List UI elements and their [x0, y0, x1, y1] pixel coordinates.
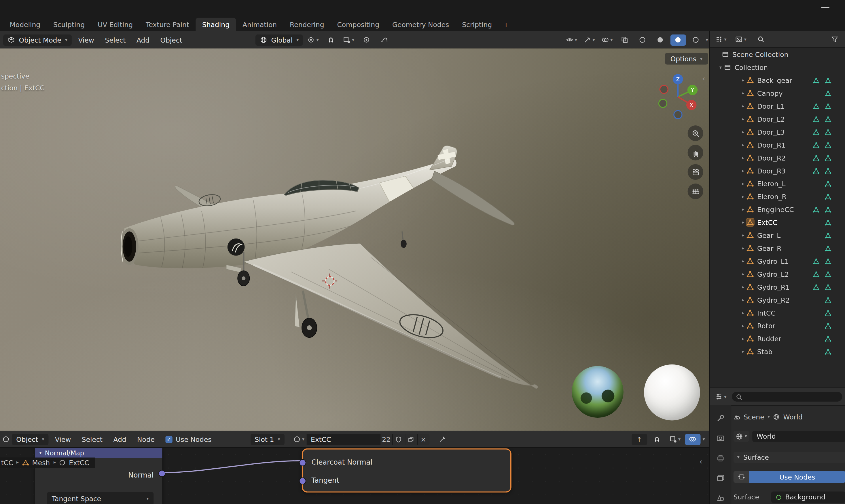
properties-editor-type-select[interactable]: ▾ — [713, 391, 729, 402]
outliner-search-button[interactable] — [753, 34, 769, 45]
expand-arrow-icon[interactable]: ▸ — [740, 168, 746, 174]
pan-button[interactable] — [688, 145, 703, 160]
outliner-item[interactable]: ▸Door_L1 — [710, 100, 845, 112]
tab-modeling[interactable]: Modeling — [3, 18, 47, 31]
normal-map-node-header[interactable]: ▾ Normal/Map — [35, 448, 162, 458]
menu-add[interactable]: Add — [109, 433, 131, 445]
outliner-item[interactable]: ▸Gear_L — [710, 229, 845, 242]
outliner-item[interactable]: ▸Door_R3 — [710, 164, 845, 177]
outliner-item[interactable]: ▸EnggineCC — [710, 203, 845, 216]
collection-row[interactable]: ▾ Collection — [710, 61, 845, 74]
tab-tool-properties[interactable] — [712, 412, 729, 425]
shading-options-chevron[interactable]: ▾ — [706, 38, 708, 42]
unlink-material-button[interactable]: × — [417, 433, 429, 445]
camera-view-button[interactable] — [688, 164, 703, 180]
expand-arrow-icon[interactable]: ▸ — [740, 258, 746, 264]
world-browse-button[interactable]: ▾ — [734, 431, 749, 442]
menu-view[interactable]: View — [74, 34, 98, 46]
tab-scripting[interactable]: Scripting — [455, 18, 499, 31]
region-toggle-arrow[interactable]: ‹ — [700, 457, 703, 465]
gizmos-select[interactable]: ▾ — [581, 34, 597, 46]
normal-map-node[interactable]: ▾ Normal/Map Normal Tangent Space▾ — [35, 448, 162, 504]
outliner-item[interactable]: ▸Canopy — [710, 87, 845, 100]
viewport-3d[interactable]: spective ction | ExtCC Options▾ Z Y X ‹ — [0, 48, 709, 431]
expand-arrow-icon[interactable]: ▸ — [740, 142, 746, 148]
expand-arrow-icon[interactable]: ▸ — [740, 284, 746, 290]
fake-user-button[interactable] — [392, 433, 404, 445]
outliner-item[interactable]: ▸IntCC — [710, 306, 845, 319]
menu-view[interactable]: View — [51, 433, 75, 445]
add-workspace-button[interactable]: + — [499, 18, 514, 31]
use-nodes-button[interactable]: Use Nodes — [749, 471, 845, 483]
outliner-item[interactable]: ▸Gydro_R2 — [710, 293, 845, 306]
breadcrumb-scene[interactable]: Scene — [744, 413, 764, 421]
zoom-button[interactable] — [688, 125, 703, 141]
tab-output-properties[interactable] — [712, 451, 729, 465]
gizmo-minus-x-axis[interactable] — [660, 86, 668, 93]
world-name-field[interactable]: World — [752, 431, 845, 442]
node-icon-button[interactable] — [734, 471, 749, 483]
pin-button[interactable] — [435, 433, 450, 445]
menu-object[interactable]: Object — [156, 34, 187, 46]
expand-arrow-icon[interactable]: ▸ — [740, 90, 746, 96]
outliner-item[interactable]: ▸Door_R1 — [710, 138, 845, 151]
expand-arrow-icon[interactable]: ▸ — [740, 207, 746, 212]
clearcoat-normal-input-socket[interactable] — [299, 459, 306, 466]
material-slot-select[interactable]: Slot 1▾ — [250, 433, 284, 445]
pivot-point-select[interactable]: ▾ — [305, 34, 321, 46]
tab-sculpting[interactable]: Sculpting — [47, 18, 91, 31]
tangent-input-socket[interactable] — [299, 478, 306, 484]
menu-select[interactable]: Select — [77, 433, 107, 445]
outliner-item[interactable]: ▸Door_L3 — [710, 125, 845, 138]
expand-arrow-icon[interactable]: ▸ — [740, 103, 746, 109]
tab-render-properties[interactable] — [712, 432, 729, 445]
tab-texture-paint[interactable]: Texture Paint — [139, 18, 196, 31]
outliner-item[interactable]: ▸Gydro_L1 — [710, 255, 845, 268]
outliner-item[interactable]: ▸Rotor — [710, 319, 845, 332]
surface-value-button[interactable]: Background — [771, 491, 845, 503]
outliner-item[interactable]: ▸Door_L2 — [710, 112, 845, 125]
navigation-gizmo[interactable]: Z Y X — [653, 72, 703, 122]
tangent-space-select[interactable]: Tangent Space▾ — [47, 492, 154, 504]
expand-arrow-icon[interactable]: ▸ — [740, 310, 746, 316]
overlays-toggle[interactable] — [685, 433, 701, 445]
expand-arrow-icon[interactable]: ▸ — [740, 77, 746, 83]
tab-geometry-nodes[interactable]: Geometry Nodes — [386, 18, 455, 31]
expand-arrow-icon[interactable]: ▸ — [740, 155, 746, 161]
expand-arrow-icon[interactable]: ▸ — [740, 181, 746, 186]
expand-arrow-icon[interactable]: ▸ — [740, 232, 746, 238]
scene-collection-row[interactable]: Scene Collection — [710, 48, 845, 61]
shading-solid-button[interactable] — [652, 34, 668, 46]
tab-compositing[interactable]: Compositing — [331, 18, 386, 31]
collapse-arrow-icon[interactable]: ▾ — [718, 65, 724, 70]
material-preview-sphere[interactable] — [644, 364, 700, 420]
outliner-item[interactable]: ▸Back_gear — [710, 74, 845, 87]
xray-toggle[interactable] — [617, 34, 633, 46]
outliner-item[interactable]: ▸Door_R2 — [710, 151, 845, 164]
hdri-preview-sphere[interactable] — [572, 366, 623, 418]
menu-add[interactable]: Add — [132, 34, 154, 46]
overlays-chevron[interactable]: ▾ — [703, 437, 705, 442]
go-to-parent-node-button[interactable]: ↑ — [631, 433, 647, 445]
shading-wireframe-button[interactable] — [635, 34, 650, 46]
outliner-item-active[interactable]: ▸ExtCC — [710, 216, 845, 229]
expand-arrow-icon[interactable]: ▸ — [740, 297, 746, 303]
visibility-select[interactable]: ▾ — [564, 34, 579, 46]
outliner-item[interactable]: ▸Eleron_R — [710, 190, 845, 203]
region-toggle-arrow[interactable]: ‹ — [702, 74, 705, 82]
mode-select[interactable]: Object Mode▾ — [3, 34, 72, 46]
expand-arrow-icon[interactable]: ▸ — [740, 349, 746, 355]
breadcrumb-world[interactable]: World — [783, 413, 803, 421]
expand-arrow-icon[interactable]: ▸ — [740, 129, 746, 134]
proportional-editing-toggle[interactable] — [359, 34, 374, 46]
expand-arrow-icon[interactable]: ▸ — [740, 116, 746, 122]
expand-arrow-icon[interactable]: ▸ — [740, 246, 746, 251]
outliner-item[interactable]: ▸Eleron_L — [710, 177, 845, 190]
outliner-display-mode-select[interactable]: ▾ — [713, 34, 729, 45]
outliner-item[interactable]: ▸Stab — [710, 345, 845, 358]
minimize-icon[interactable] — [822, 7, 829, 8]
outliner-item[interactable]: ▸Gear_R — [710, 242, 845, 255]
expand-arrow-icon[interactable]: ▸ — [740, 323, 746, 328]
shader-type-select[interactable]: Object▾ — [12, 433, 48, 445]
ortho-toggle-button[interactable] — [688, 183, 703, 199]
